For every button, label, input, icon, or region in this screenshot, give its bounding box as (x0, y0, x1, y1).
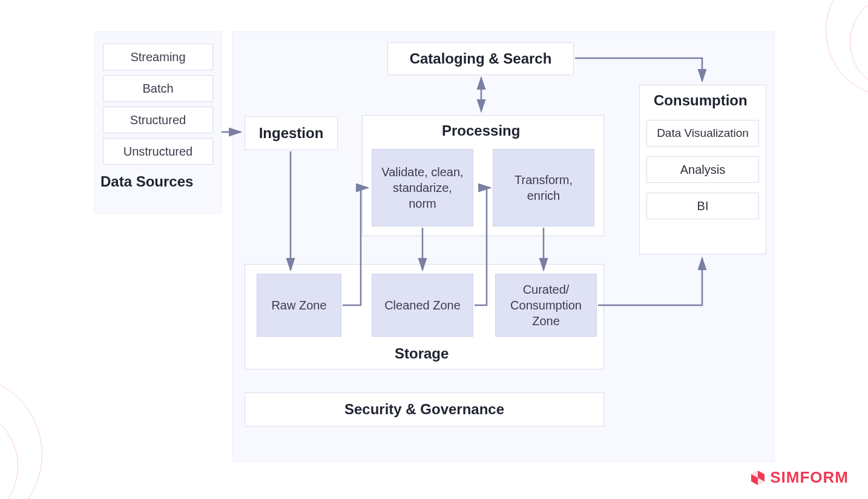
storage-zone-raw: Raw Zone (257, 274, 341, 337)
consumption-item: Data Visualization (646, 120, 759, 147)
brand-logo: SIMFORM (749, 468, 849, 487)
data-source-item: Unstructured (103, 138, 213, 165)
processing-title: Processing (442, 122, 520, 139)
data-source-item: Batch (103, 75, 213, 102)
storage-zone-cleaned: Cleaned Zone (372, 274, 473, 337)
brand-name: SIMFORM (770, 468, 849, 487)
security-governance-box: Security & Governance (245, 392, 604, 426)
ingestion-box: Ingestion (245, 116, 338, 150)
consumption-item: Analysis (646, 156, 759, 183)
storage-title: Storage (395, 345, 449, 362)
processing-step-transform: Transform, enrich (493, 149, 594, 226)
storage-zone-curated: Curated/ Consumption Zone (495, 274, 597, 337)
data-sources-title: Data Sources (100, 173, 193, 190)
catalog-box: Cataloging & Search (387, 42, 574, 75)
brand-logo-icon (749, 469, 766, 486)
consumption-item: BI (646, 193, 759, 219)
processing-step-validate: Validate, clean, standarize, norm (372, 149, 473, 226)
data-source-item: Structured (103, 107, 213, 133)
data-source-item: Streaming (103, 44, 213, 70)
consumption-title: Consumption (654, 92, 748, 109)
